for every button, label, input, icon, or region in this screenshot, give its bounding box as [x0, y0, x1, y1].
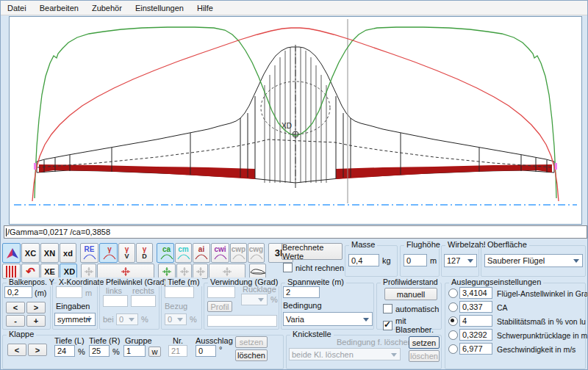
menu-item-hilfe[interactable]: Hilfe [190, 2, 220, 14]
auslegung-radio-4[interactable] [448, 344, 458, 354]
γ-button[interactable]: γV [118, 243, 135, 263]
knickstelle-setzen-button[interactable]: setzen [409, 336, 440, 349]
XD-button[interactable]: XD [60, 264, 77, 279]
spannweite-label: Spannweite (m) [285, 278, 346, 286]
ausschlag-unit: ° [219, 345, 222, 354]
axis-gray-wide-button[interactable] [209, 264, 245, 279]
cm-button[interactable]: cm [175, 243, 192, 263]
axis-icon [178, 266, 191, 278]
axis-gray-button-1[interactable] [176, 264, 192, 279]
axis-green-button[interactable] [158, 264, 176, 279]
tiefe-l-input[interactable]: 24 [54, 345, 75, 357]
manuell-button[interactable]: manuell [384, 288, 437, 300]
ruecklage-select[interactable] [241, 294, 268, 305]
knickstelle-select[interactable]: beide Kl. löschen [289, 348, 401, 360]
wirbelzahl-group: Wirbelzahl 127 [441, 245, 479, 277]
profil-button[interactable]: Profil [207, 301, 232, 312]
cwi-button[interactable]: cwi [211, 243, 229, 263]
masse-input[interactable]: 0,4 [348, 254, 379, 266]
tiefe-l-unit: % [78, 347, 85, 356]
ca-button[interactable]: ca [157, 243, 174, 263]
balkenpos-plus-button[interactable]: + [26, 315, 46, 327]
wing-plot-panel[interactable]: XD [9, 16, 582, 225]
menu-item-einstellungen[interactable]: Einstellungen [129, 2, 190, 14]
flughoehe-group: Flughöhe 0 m [400, 245, 440, 277]
pfeilwinkel-links-input[interactable] [103, 295, 128, 307]
auslegung-input-1[interactable]: 0,337 [459, 301, 492, 313]
button-label: RE [85, 246, 95, 253]
button-label: XN [44, 249, 55, 258]
knickstelle-loeschen-button[interactable]: löschen [409, 350, 440, 362]
berechnete-werte-button[interactable]: Berechnete Werte [282, 243, 343, 260]
auslegung-input-3[interactable]: 0,3292 [459, 329, 492, 341]
w-button[interactable]: w [148, 347, 161, 357]
oberflaeche-select[interactable]: Sauberer Flügel [484, 254, 583, 267]
plane-icon [5, 247, 20, 259]
auslegung-input-4[interactable]: 6,977 [459, 343, 492, 355]
wing-view-button[interactable] [2, 243, 21, 263]
nicht-rechnen-checkbox[interactable]: nicht rechnen [283, 263, 344, 272]
spannweite-input[interactable]: 2 [283, 286, 320, 298]
cwg-button[interactable]: cwg [248, 243, 265, 263]
axis-red-button[interactable] [97, 264, 154, 279]
oberflaeche-value: Sauberer Flügel [487, 256, 545, 265]
klappe-loeschen-button[interactable]: löschen [235, 349, 268, 361]
auslegung-radio-3[interactable] [448, 330, 458, 340]
axis-gray-button-2[interactable] [193, 264, 208, 279]
menu-item-bearbeiten[interactable]: Bearbeiten [33, 2, 85, 14]
checkbox-box [383, 304, 392, 313]
bedingung-select[interactable]: Varia [283, 312, 373, 326]
balkenpos-minus-button[interactable]: - [6, 315, 25, 327]
profile-3d-button[interactable] [249, 264, 266, 279]
klappe-next-button[interactable]: > [28, 344, 47, 356]
undo-button[interactable]: ↶ [21, 264, 40, 279]
XC-button[interactable]: XC [21, 243, 40, 263]
tiefe-input[interactable] [165, 286, 194, 298]
klappe-prev-button[interactable]: < [7, 344, 26, 356]
wirbelzahl-select[interactable]: 127 [444, 254, 477, 267]
xd-button[interactable]: xd [60, 243, 76, 263]
profil-input[interactable] [207, 315, 277, 327]
auslegung-radio-2[interactable] [448, 316, 458, 326]
ai-button[interactable]: ai [193, 243, 210, 263]
eingaben-value: symmetri [57, 315, 90, 324]
nr-input[interactable]: 21 [168, 345, 187, 357]
tiefe-r-label: Tiefe (R) [89, 336, 120, 345]
klappe-setzen-button[interactable]: setzen [235, 336, 268, 348]
status-input[interactable]: /Gamma=0,0217 /ca=0,3858 [4, 225, 587, 239]
automatisch-checkbox[interactable]: automatisch [383, 304, 439, 313]
pfeilwinkel-bei-select[interactable]: 0 [116, 313, 138, 325]
button-label: cwg [249, 246, 263, 253]
wing-plot[interactable]: XD [10, 17, 581, 224]
curve-icon [195, 253, 208, 260]
RE-button[interactable]: RE [80, 243, 98, 263]
cwp-button[interactable]: cwp [230, 243, 247, 263]
x-koordinate-input[interactable] [56, 286, 82, 298]
auslegung-input-2[interactable]: 4 [459, 315, 492, 327]
tiefe-bezug-select[interactable]: 0 [165, 313, 187, 325]
balkenpos-prev-button[interactable]: < [6, 302, 25, 313]
gruppe-input[interactable]: 1 [123, 345, 146, 357]
pfeilwinkel-bei-value: 0 [119, 315, 123, 324]
flughoehe-label: Flughöhe [404, 240, 442, 249]
γ-button[interactable]: γD [136, 243, 153, 263]
tiefe-r-input[interactable]: 25 [89, 345, 110, 357]
XN-button[interactable]: XN [40, 243, 59, 263]
blasenber-checkbox[interactable]: mit Blasenber. [383, 316, 441, 334]
eingaben-select[interactable]: symmetri [54, 313, 96, 326]
auslegung-radio-1[interactable] [448, 302, 458, 312]
ribs-button[interactable] [2, 264, 21, 279]
verwindung-input[interactable] [207, 286, 235, 298]
balkenpos-next-button[interactable]: > [26, 302, 46, 313]
axis-small-button[interactable] [81, 264, 96, 279]
balkenpos-input[interactable]: 0,2 [4, 286, 32, 298]
auslegung-input-0[interactable]: 3,4104 [459, 287, 492, 299]
menu-item-datei[interactable]: Datei [1, 2, 33, 14]
γ-button[interactable]: γ [99, 243, 118, 263]
menu-item-zubehr[interactable]: Zubehör [85, 2, 129, 14]
pfeilwinkel-rechts-input[interactable] [131, 295, 156, 307]
XE-button[interactable]: XE [40, 264, 59, 279]
auslegung-radio-0[interactable] [448, 289, 458, 298]
ausschlag-input[interactable]: 0 [196, 345, 216, 357]
flughoehe-input[interactable]: 0 [404, 254, 427, 266]
